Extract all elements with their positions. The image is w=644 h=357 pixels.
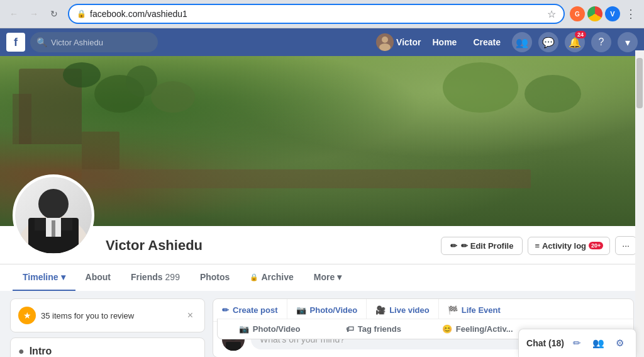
svg-point-0 xyxy=(382,37,388,43)
profile-bottom-bar: Victor Ashiedu ✏ ✏ Edit Profile ≡ Activi… xyxy=(0,226,644,264)
feeling-icon: 😊 xyxy=(442,324,452,334)
browser-actions: G V ⋮ xyxy=(570,6,639,21)
messenger-nav-icon[interactable]: 💬 xyxy=(538,32,558,52)
tab-timeline[interactable]: Timeline ▾ xyxy=(13,264,75,291)
tag-label: Tag friends xyxy=(358,324,401,334)
address-bar-container: 🔒 ☆ xyxy=(68,4,565,24)
tab-more-dropdown: ▾ xyxy=(337,272,341,282)
scrollbar-thumb[interactable] xyxy=(636,58,643,108)
profile-container: Victor Ashiedu ✏ ✏ Edit Profile ≡ Activi… xyxy=(0,56,644,291)
user-nav-avatar xyxy=(376,33,394,51)
create-nav-link[interactable]: Create xyxy=(468,35,506,50)
help-icon: ? xyxy=(599,37,604,48)
browser-profile-1[interactable]: G xyxy=(570,6,585,21)
tab-about-label: About xyxy=(86,272,111,282)
friends-icon: 👥 xyxy=(516,37,528,48)
friends-count: 299 xyxy=(165,272,180,282)
create-post-action[interactable]: ✏ Create post xyxy=(213,299,287,321)
life-event-action[interactable]: 🏁 Life Event xyxy=(439,299,509,321)
tab-archive-label: Archive xyxy=(261,272,293,282)
create-post-label: Create post xyxy=(233,305,278,315)
tab-friends[interactable]: Friends 299 xyxy=(121,264,190,291)
back-button[interactable]: ← xyxy=(5,5,23,23)
photo-video-action[interactable]: 📷 Photo/Video xyxy=(287,299,367,321)
chat-settings-icon: ⚙ xyxy=(616,337,624,349)
home-nav-link[interactable]: Home xyxy=(428,35,462,50)
intro-title: Intro xyxy=(30,346,52,357)
chat-edit-icon: ✏ xyxy=(573,337,581,349)
edit-profile-button[interactable]: ✏ ✏ Edit Profile xyxy=(441,237,523,255)
user-nav-link[interactable]: Victor xyxy=(376,33,421,51)
feeling-label: Feeling/Activ... xyxy=(456,324,513,334)
left-sidebar: ★ 35 items for you to review × ● Intro 💬… xyxy=(10,298,205,357)
life-event-icon: 🏁 xyxy=(448,305,458,315)
cover-photo xyxy=(0,56,644,226)
chrome-icon xyxy=(587,6,602,21)
scrollbar[interactable] xyxy=(635,50,644,357)
svg-rect-10 xyxy=(226,342,241,351)
activity-log-label: Activity log xyxy=(542,241,586,251)
list-icon: ≡ xyxy=(535,241,540,251)
review-star-icon: ★ xyxy=(18,307,36,324)
chevron-down-icon: ▾ xyxy=(625,37,630,48)
tab-friends-label: Friends xyxy=(131,272,163,282)
bookmark-icon[interactable]: ☆ xyxy=(547,8,556,20)
tab-timeline-label: Timeline xyxy=(23,272,58,282)
facebook-navbar: f 🔍 Victor Home Create 👥 💬 🔔 24 ? xyxy=(0,28,644,56)
review-text: 35 items for you to review xyxy=(41,311,134,320)
tab-photos[interactable]: Photos xyxy=(190,264,240,291)
notifications-badge: 24 xyxy=(575,31,586,38)
edit-profile-label: ✏ Edit Profile xyxy=(461,241,513,251)
photo-bottom-icon: 📷 xyxy=(239,324,249,334)
search-input[interactable] xyxy=(51,38,152,47)
create-post-icon: ✏ xyxy=(222,305,229,315)
help-nav-icon[interactable]: ? xyxy=(591,32,611,52)
facebook-logo: f xyxy=(6,33,25,52)
review-left: ★ 35 items for you to review xyxy=(18,307,134,324)
chat-new-group-button[interactable]: 👥 xyxy=(589,334,607,352)
live-video-icon: 🎥 xyxy=(375,305,386,315)
account-dropdown-icon[interactable]: ▾ xyxy=(618,32,638,52)
tab-archive[interactable]: 🔒 Archive xyxy=(240,264,303,291)
review-close-button[interactable]: × xyxy=(184,309,197,322)
life-event-label: Life Event xyxy=(462,305,501,315)
tag-icon: 🏷 xyxy=(346,324,354,334)
user-nav-name: Victor xyxy=(396,37,421,47)
chat-label: Chat (18) xyxy=(526,338,564,348)
profile-picture xyxy=(13,174,94,256)
profile-pic-inner xyxy=(15,177,92,254)
chat-settings-button[interactable]: ⚙ xyxy=(611,334,628,352)
navbar-right: Victor Home Create 👥 💬 🔔 24 ? ▾ xyxy=(376,32,638,52)
tag-bottom-action[interactable]: 🏷 Tag friends xyxy=(321,319,425,339)
profile-more-button[interactable]: ··· xyxy=(615,236,636,255)
browser-user-avatar[interactable]: V xyxy=(605,6,620,21)
tab-more-label: More xyxy=(314,272,335,282)
forward-button[interactable]: → xyxy=(25,5,43,23)
tab-timeline-dropdown: ▾ xyxy=(61,272,65,282)
tab-more[interactable]: More ▾ xyxy=(304,264,352,291)
refresh-button[interactable]: ↻ xyxy=(45,5,63,23)
svg-point-1 xyxy=(379,43,391,51)
chat-edit-button[interactable]: ✏ xyxy=(568,334,586,352)
notifications-nav-icon[interactable]: 🔔 24 xyxy=(565,32,585,52)
intro-card: ● Intro 💬 Add a short bio to tell people… xyxy=(10,337,205,357)
review-card: ★ 35 items for you to review × xyxy=(10,298,205,332)
chat-bar: Chat (18) ✏ 👥 ⚙ xyxy=(518,329,636,357)
intro-icon: ● xyxy=(18,346,25,357)
tab-about[interactable]: About xyxy=(75,264,121,291)
address-bar[interactable] xyxy=(90,9,543,19)
browser-menu-button[interactable]: ⋮ xyxy=(623,7,639,21)
chat-group-icon: 👥 xyxy=(592,337,604,349)
edit-icon: ✏ xyxy=(450,241,457,251)
activity-log-button[interactable]: ≡ Activity log 20+ xyxy=(528,237,610,255)
messenger-icon: 💬 xyxy=(542,37,555,48)
profile-tabs: Timeline ▾ About Friends 299 Photos 🔒 Ar… xyxy=(0,264,644,291)
feeling-bottom-action[interactable]: 😊 Feeling/Activ... xyxy=(426,319,530,339)
friends-nav-icon[interactable]: 👥 xyxy=(512,32,532,52)
lock-icon: 🔒 xyxy=(250,273,258,281)
svg-point-3 xyxy=(38,189,69,219)
live-video-action[interactable]: 🎥 Live video xyxy=(367,299,439,321)
photo-bottom-action[interactable]: 📷 Photo/Video xyxy=(218,319,321,339)
search-bar[interactable]: 🔍 xyxy=(30,32,158,52)
live-video-label: Live video xyxy=(389,305,430,315)
